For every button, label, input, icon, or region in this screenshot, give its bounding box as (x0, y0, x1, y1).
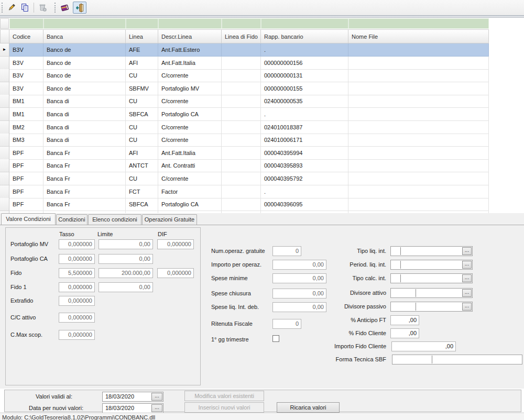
valori-validi-date-field[interactable]: 18/03/2020 ... (102, 392, 163, 402)
field-fido-dif[interactable]: 0,000000 (157, 268, 194, 278)
field-fido1-tasso[interactable]: 0,000000 (59, 282, 95, 292)
grid-cell[interactable]: Ant.Fatt.Italia (158, 57, 222, 70)
grid-cell[interactable]: BPF (9, 198, 43, 211)
calendar-lookup-button[interactable]: ... (151, 393, 162, 401)
field-portafoglio-mv-limite[interactable]: 0,00 (99, 239, 153, 249)
grid-cell[interactable]: . (261, 108, 348, 121)
grid-cell[interactable]: C/corrente (158, 69, 222, 82)
field-portafoglio-ca-tasso[interactable]: 0,000000 (59, 254, 95, 264)
grid-cell[interactable]: Ant.Fatt.Estero (158, 43, 222, 57)
grid-cell[interactable]: CU (126, 172, 158, 185)
period-liq-combo[interactable]: ... (390, 260, 473, 270)
lookup-button[interactable]: ... (462, 274, 472, 282)
row-selector-cell[interactable] (0, 121, 9, 134)
grid-cell[interactable]: ANTCT (126, 159, 158, 172)
grid-cell[interactable]: SBFCA (126, 108, 158, 121)
lookup-button[interactable]: ... (462, 303, 472, 311)
tab-operazioni-gratuite[interactable]: Operazioni Gratuite (142, 214, 197, 225)
grid-cell[interactable]: BM2 (9, 121, 43, 134)
toolbar-grip[interactable] (54, 3, 57, 13)
field-cc-attivo-tasso[interactable]: 0,000000 (59, 313, 95, 323)
field-fido-cliente[interactable]: ,00 (390, 328, 419, 338)
lookup-button[interactable]: ... (462, 261, 472, 269)
grid-cell[interactable] (348, 57, 489, 70)
grid-cell[interactable] (348, 108, 489, 121)
grid-cell[interactable]: 000040395792 (261, 172, 348, 185)
lookup-button[interactable]: ... (462, 289, 472, 297)
grid-cell[interactable] (348, 95, 489, 108)
grid-cell[interactable]: SBFCA (126, 198, 158, 211)
grid-cell[interactable] (222, 69, 261, 82)
grid-cell[interactable] (222, 172, 261, 185)
grid-cell[interactable] (222, 134, 261, 147)
grid-cell[interactable]: BPF (9, 147, 43, 160)
grid-cell[interactable]: BPF (9, 185, 43, 198)
forma-tecnica-sbf-field[interactable] (392, 355, 522, 364)
table-row[interactable]: B3VBanco deCUC/corrente000000000131 (0, 69, 489, 82)
tab-condizioni[interactable]: Condizioni (56, 214, 88, 225)
tab-valore-condizioni[interactable]: Valore Condizioni (1, 213, 56, 225)
grid-cell[interactable]: Banca Fr (43, 198, 126, 211)
grid-cell[interactable]: Banca Fr (43, 172, 126, 185)
grid-cell[interactable]: Banco de (43, 57, 126, 70)
grid-cell[interactable]: BPF (9, 172, 43, 185)
table-row[interactable]: BM1Banca diSBFCAPortafoglio CA. (0, 108, 489, 121)
grid-cell[interactable]: B3V (9, 69, 43, 82)
edit-button[interactable] (5, 2, 17, 14)
grid-cell[interactable] (348, 198, 489, 211)
grid-cell[interactable]: C/corrente (158, 121, 222, 134)
row-selector-cell[interactable] (0, 134, 9, 147)
grid-cell[interactable]: Banca di (43, 95, 126, 108)
row-selector-cell[interactable] (0, 108, 9, 121)
grid-cell[interactable]: Banco de (43, 43, 126, 57)
grid-cell[interactable]: Banca Fr (43, 159, 126, 172)
grid-cell[interactable] (222, 159, 261, 172)
grid-cell[interactable]: . (261, 43, 348, 57)
grid-cell[interactable]: C/corrente (158, 134, 222, 147)
exit-button[interactable] (73, 2, 86, 14)
grid-cell[interactable]: FCT (126, 185, 158, 198)
grid-cell[interactable]: Portafoglio CA (158, 108, 222, 121)
grid-cell[interactable]: Portafoglio CA (158, 198, 222, 211)
field-extrafido-tasso[interactable]: 0,000000 (59, 296, 95, 306)
grid-cell[interactable]: Banca Fr (43, 147, 126, 160)
table-row[interactable]: B3VBanco deSBFMVPortafoglio MV0000000001… (0, 82, 489, 95)
grid-cell[interactable] (222, 57, 261, 70)
table-row[interactable]: BPFBanca FrFCTFactor. (0, 185, 489, 198)
grid-cell[interactable] (222, 82, 261, 95)
grid-cell[interactable]: Banco de (43, 82, 126, 95)
grid-cell[interactable]: Banca di (43, 108, 126, 121)
ricarica-valori-button[interactable]: Ricarica valori (277, 402, 340, 413)
grid-cell[interactable]: 000000000156 (261, 57, 348, 70)
table-row[interactable]: BM2Banca diCUC/corrente024010018387 (0, 121, 489, 134)
row-selector-cell[interactable] (0, 69, 9, 82)
grid-cell[interactable]: AFI (126, 147, 158, 160)
grid-cell[interactable]: Ant.Fatt.Italia (158, 147, 222, 160)
grid-cell[interactable]: CU (126, 134, 158, 147)
grid-cell[interactable] (348, 185, 489, 198)
row-selector-cell[interactable] (0, 172, 9, 185)
table-row[interactable]: BM1Banca diCUC/corrente024000000535 (0, 95, 489, 108)
grid-cell[interactable]: 024000000535 (261, 95, 348, 108)
field-cmax-scop-tasso[interactable]: 0,000000 (59, 330, 95, 340)
grid-cell[interactable] (348, 69, 489, 82)
grid-cell[interactable]: Banca di (43, 134, 126, 147)
grid-cell[interactable] (222, 147, 261, 160)
grid-cell[interactable]: AFE (126, 43, 158, 57)
grid-cell[interactable]: 000000000131 (261, 69, 348, 82)
toolbar-grip[interactable] (2, 3, 4, 13)
field-portafoglio-mv-tasso[interactable]: 0,000000 (59, 239, 95, 249)
table-row[interactable]: B3VBanco deAFIAnt.Fatt.Italia00000000015… (0, 57, 489, 70)
grid-cell[interactable] (222, 198, 261, 211)
row-selector-cell[interactable] (0, 82, 9, 95)
grid-cell[interactable] (222, 121, 261, 134)
row-selector-cell[interactable]: ► (0, 43, 9, 57)
grid-cell[interactable] (222, 43, 261, 57)
tab-elenco-condizioni[interactable]: Elenco condizioni (88, 214, 141, 225)
grid-cell[interactable]: 024010018387 (261, 121, 348, 134)
field-anticipo-ft[interactable]: ,00 (390, 315, 419, 325)
grid-cell[interactable]: Portafoglio MV (158, 82, 222, 95)
grid-cell[interactable]: BPF (9, 159, 43, 172)
grid-cell[interactable] (348, 172, 489, 185)
grid-cell[interactable]: SBFMV (126, 82, 158, 95)
